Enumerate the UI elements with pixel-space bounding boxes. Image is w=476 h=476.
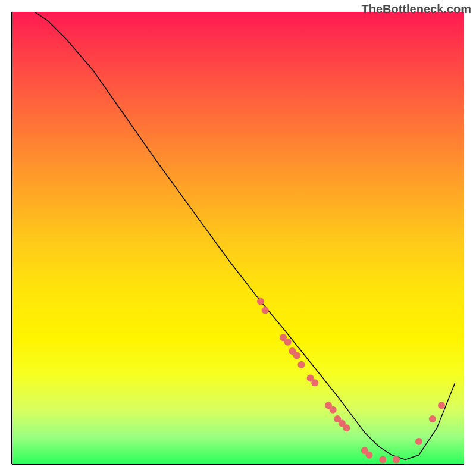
data-point bbox=[415, 438, 422, 445]
data-point bbox=[379, 456, 386, 463]
watermark-text: TheBottleneck.com bbox=[362, 2, 471, 16]
data-point bbox=[393, 456, 400, 463]
chart-svg bbox=[0, 0, 476, 476]
data-points bbox=[257, 298, 445, 463]
data-point bbox=[298, 361, 305, 368]
data-point bbox=[284, 339, 292, 346]
bottleneck-curve bbox=[35, 12, 455, 459]
data-point bbox=[429, 415, 436, 422]
data-point bbox=[365, 452, 372, 459]
data-point bbox=[257, 298, 264, 305]
data-point bbox=[330, 406, 337, 414]
data-point bbox=[343, 424, 350, 431]
axes bbox=[12, 12, 464, 464]
data-point bbox=[438, 402, 445, 409]
data-point bbox=[262, 307, 269, 314]
data-point bbox=[311, 379, 318, 386]
data-point bbox=[293, 352, 300, 359]
